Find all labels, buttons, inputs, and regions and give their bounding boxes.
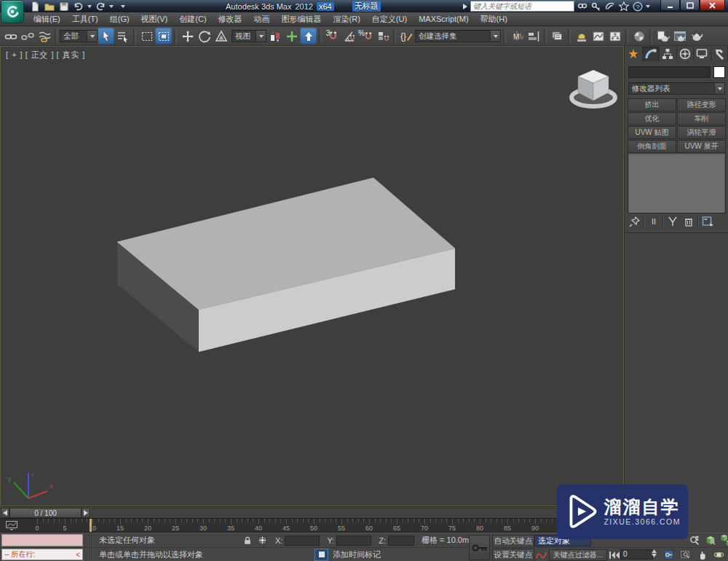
redo-icon[interactable] [95, 1, 106, 12]
edit-named-selection-sets-icon[interactable]: {} [398, 28, 415, 44]
selection-filter-dropdown[interactable]: 全部 [60, 30, 98, 42]
search-expand-icon[interactable] [462, 3, 468, 10]
select-and-rotate-icon[interactable] [196, 28, 213, 44]
select-and-link-icon[interactable] [2, 28, 19, 44]
x-coordinate-field[interactable] [285, 536, 320, 546]
material-editor-icon[interactable] [630, 28, 647, 44]
select-object-button[interactable] [98, 28, 114, 44]
modifier-button-optimize[interactable]: 优化 [628, 112, 676, 125]
redo-dropdown-icon[interactable] [109, 5, 114, 8]
y-coordinate-field[interactable] [336, 536, 371, 546]
listener-scroll-arrow[interactable]: < [76, 551, 80, 559]
layer-manager-icon[interactable] [549, 28, 566, 44]
set-key-button[interactable]: 设置关键点 [492, 549, 534, 561]
modifier-button-lathe[interactable]: 车削 [677, 112, 726, 125]
snap-toggle-3d-icon[interactable]: 3 [324, 28, 341, 44]
viewport-menu-pov[interactable]: 正交 [31, 50, 49, 59]
undo-dropdown-icon[interactable] [87, 5, 92, 8]
menu-graph-editors[interactable]: 图形编辑器 [276, 14, 328, 25]
new-file-icon[interactable] [29, 1, 41, 12]
open-mini-curve-editor-icon[interactable] [6, 521, 17, 530]
modifier-button-bevel-profile[interactable]: 倒角剖面 [628, 140, 676, 153]
menu-views[interactable]: 视图(V) [135, 14, 174, 25]
frame-spinner[interactable] [652, 549, 657, 557]
open-file-icon[interactable] [44, 1, 55, 12]
menu-customize[interactable]: 自定义(U) [366, 14, 413, 25]
zoom-extents-icon[interactable] [703, 535, 718, 546]
named-selection-sets-dropdown[interactable]: 创建选择集 [415, 30, 501, 42]
modifier-list-dropdown[interactable]: 修改器列表 [628, 82, 725, 95]
modifier-button-uvw-map[interactable]: UVW 贴图 [628, 126, 676, 139]
graphite-modeling-ribbon-icon[interactable] [573, 28, 590, 44]
align-icon[interactable] [525, 28, 542, 44]
show-end-result-icon[interactable]: II [646, 216, 661, 227]
select-and-move-icon[interactable] [179, 28, 196, 44]
key-login-icon[interactable] [590, 1, 602, 12]
rectangular-selection-region-icon[interactable] [138, 28, 155, 44]
reference-coordinate-dropdown[interactable]: 视图 [232, 30, 266, 42]
z-coordinate-field[interactable] [388, 536, 414, 546]
menu-create[interactable]: 创建(C) [173, 14, 212, 25]
keyboard-shortcut-override-icon[interactable] [300, 28, 317, 44]
unlink-selection-icon[interactable] [19, 28, 36, 44]
key-filter-curve-icon[interactable] [536, 549, 547, 560]
pin-stack-icon[interactable] [628, 216, 642, 227]
search-input[interactable] [470, 1, 574, 12]
previous-frame-button[interactable] [1, 508, 9, 518]
make-unique-icon[interactable] [665, 216, 680, 227]
window-crossing-toggle-icon[interactable] [155, 28, 172, 44]
modifier-button-extrude[interactable]: 挤出 [628, 98, 676, 111]
toolbar-options-icon[interactable] [121, 5, 125, 8]
menu-group[interactable]: 组(G) [104, 14, 135, 25]
use-pivot-point-center-icon[interactable] [266, 28, 283, 44]
auto-key-button[interactable]: 自动关键点 [492, 535, 534, 548]
track-bar[interactable]: 0510152025303540455055606570758085909510… [0, 518, 624, 533]
object-name-field[interactable] [628, 66, 711, 78]
tab-create[interactable] [625, 47, 643, 61]
menu-tools[interactable]: 工具(T) [66, 14, 104, 25]
angle-snap-toggle-icon[interactable] [341, 28, 357, 44]
remove-modifier-icon[interactable] [681, 216, 696, 227]
undo-icon[interactable] [73, 1, 84, 12]
configure-modifier-sets-icon[interactable] [700, 216, 715, 227]
object-color-swatch[interactable] [713, 66, 725, 78]
viewport[interactable]: z y x [0, 46, 624, 506]
mirror-icon[interactable]: MM [508, 28, 525, 44]
add-time-tag-icon[interactable] [314, 549, 328, 561]
save-file-icon[interactable] [58, 1, 70, 12]
time-slider-handle[interactable]: 0 / 100 [9, 508, 82, 518]
current-frame-field[interactable]: 0 [620, 549, 653, 560]
viewport-menu-shading[interactable]: 真实 [62, 50, 80, 59]
favorites-star-icon[interactable] [618, 1, 630, 12]
rendered-frame-window-icon[interactable] [671, 28, 688, 44]
communication-center-icon[interactable] [604, 1, 616, 12]
curve-editor-icon[interactable] [590, 28, 606, 44]
schematic-view-icon[interactable] [606, 28, 623, 44]
zoom-extents-all-icon[interactable] [719, 535, 728, 546]
absolute-offset-mode-icon[interactable] [255, 535, 269, 546]
go-to-start-icon[interactable] [607, 549, 622, 561]
select-and-scale-icon[interactable] [213, 28, 229, 44]
menu-modifiers[interactable]: 修改器 [213, 14, 248, 25]
application-menu-button[interactable] [1, 1, 23, 23]
key-filters-button[interactable]: 关键点过滤器... [549, 549, 607, 561]
key-mode-toggle-icon[interactable] [661, 549, 676, 560]
modifier-button-turbosmooth[interactable]: 涡轮平滑 [677, 126, 726, 139]
spinner-snap-toggle-icon[interactable] [374, 28, 391, 44]
tab-motion[interactable] [677, 47, 695, 61]
bind-to-space-warp-icon[interactable] [36, 28, 52, 44]
zoom-all-icon[interactable] [687, 535, 702, 546]
next-frame-button[interactable] [82, 508, 90, 518]
select-by-name-icon[interactable] [114, 28, 131, 44]
percent-snap-toggle-icon[interactable]: % [357, 28, 374, 44]
help-dropdown-icon[interactable] [646, 5, 650, 8]
select-and-manipulate-icon[interactable] [283, 28, 300, 44]
zoom-region-icon[interactable] [678, 549, 692, 560]
menu-maxscript[interactable]: MAXScript(M) [413, 15, 474, 23]
modifier-button-path-deform[interactable]: 路径变形 [677, 98, 726, 111]
tab-hierarchy[interactable] [660, 47, 677, 61]
render-production-icon[interactable] [688, 28, 705, 44]
tab-display[interactable] [694, 47, 711, 61]
menu-rendering[interactable]: 渲染(R) [328, 14, 366, 25]
set-keys-button[interactable] [469, 535, 490, 560]
